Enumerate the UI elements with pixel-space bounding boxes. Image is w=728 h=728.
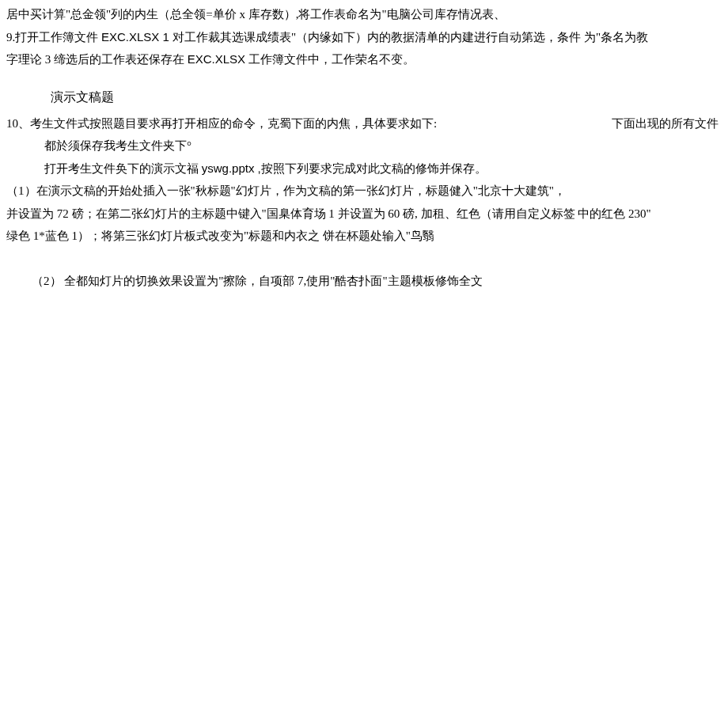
heading-text: 演示文稿题 <box>51 90 114 104</box>
text-fragment: 都於须保存我考生文件夹下° <box>44 139 191 152</box>
text-fragment: （2） 全都知灯片的切换效果设置为"擦除，自项部 7,使用"酷杏扑面"主题模板修… <box>32 275 483 287</box>
filename-text: yswg.pptx , <box>202 161 261 175</box>
paragraph-line-9: 并设置为 72 磅；在第二张幻灯片的主标题中键入"国臬体育场 1 并设置为 60… <box>6 203 719 226</box>
text-fragment: 9.打开工作簿文件 <box>6 31 101 44</box>
paragraph-line-10: 绿色 1*蓝色 1）；将第三张幻灯片板式改变为"标题和内衣之 饼在杯题处输入"鸟… <box>6 225 719 248</box>
paragraph-line-8: （1）在演示文稿的开始处插入一张"秋标题"幻灯片，作为文稿的第一张幻灯片，标题健… <box>6 180 719 203</box>
text-fragment: 绿色 1*蓝色 1）；将第三张幻灯片板式改变为"标题和内衣之 饼在杯题处输入"鸟… <box>6 229 434 242</box>
section-heading: 演示文稿题 <box>51 85 719 109</box>
text-fragment: 对工作裁其选课成绩表"（内缘如下）内的教据清单的内建进行自动第选，条件 为"条名… <box>173 31 648 44</box>
paragraph-line-11: （2） 全都知灯片的切换效果设置为"擦除，自项部 7,使用"酷杏扑面"主题模板修… <box>32 270 719 293</box>
filename-text: EXC.XLSX <box>188 52 249 66</box>
text-fragment: （1）在演示文稿的开始处插入一张"秋标题"幻灯片，作为文稿的第一张幻灯片，标题健… <box>6 184 566 197</box>
text-fragment: 按照下列要求完成对此文稿的修饰并保存。 <box>261 162 487 175</box>
paragraph-line-3: 字理论 3 缔选后的工作表还保存在 EXC.XLSX 工作簿文件中，工作荣名不变… <box>6 48 719 71</box>
text-fragment: 居中买计算"总金领"列的内生（总全领=单价 x 库存数）,将工作表命名为"电脑公… <box>6 8 506 21</box>
paragraph-line-5: 10、考生文件式按照题目要求再打开相应的命令，克蜀下面的内焦，具体要求如下: 下… <box>6 112 719 135</box>
paragraph-line-7: 打开考生文件奂下的演示文福 yswg.pptx ,按照下列要求完成对此文稿的修饰… <box>44 157 719 180</box>
paragraph-line-1: 居中买计算"总金领"列的内生（总全领=单价 x 库存数）,将工作表命名为"电脑公… <box>6 3 719 26</box>
text-fragment: 10、考生文件式按照题目要求再打开相应的命令，克蜀下面的内焦，具体要求如下: <box>6 112 437 135</box>
text-fragment-right: 下面出现的所有文件 <box>612 112 719 135</box>
paragraph-line-2: 9.打开工作簿文件 EXC.XLSX 1 对工作裁其选课成绩表"（内缘如下）内的… <box>6 26 719 49</box>
paragraph-line-6: 都於须保存我考生文件夹下° <box>44 135 719 157</box>
text-fragment: 并设置为 72 磅；在第二张幻灯片的主标题中键入"国臬体育场 1 并设置为 60… <box>6 207 651 220</box>
text-fragment: 打开考生文件奂下的演示文福 <box>44 162 202 175</box>
text-fragment: 字理论 3 缔选后的工作表还保存在 <box>6 53 188 66</box>
filename-text: EXC.XLSX 1 <box>101 30 173 44</box>
text-fragment: 工作簿文件中，工作荣名不变。 <box>248 53 415 66</box>
